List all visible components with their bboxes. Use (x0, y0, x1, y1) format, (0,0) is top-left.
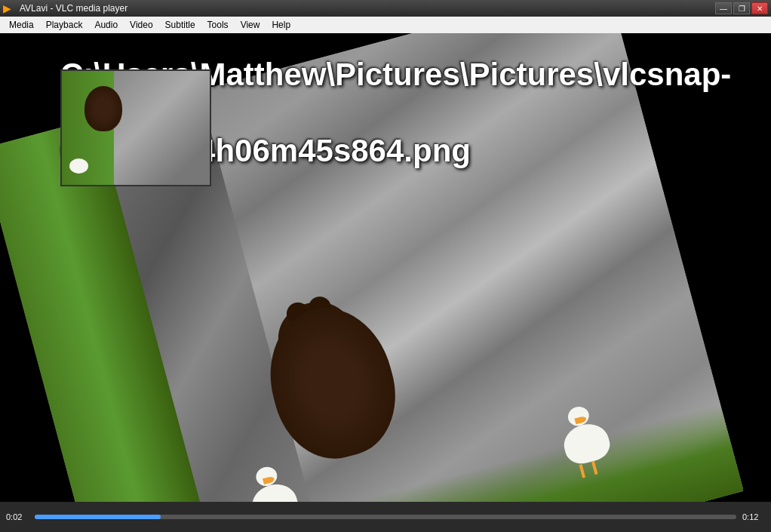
menu-video[interactable]: Video (124, 18, 158, 32)
vlc-icon: ▶ (3, 2, 15, 14)
time-current: 0:02 (6, 512, 29, 521)
video-area[interactable]: C:\Users\Matthew\Pictures\Pictures\vlcsn… (0, 33, 771, 502)
titlebar: ▶ AVLavi - VLC media player — ❐ ✕ (0, 0, 771, 17)
seekbar[interactable] (35, 515, 736, 519)
thumbnail-preview (60, 69, 211, 186)
minimize-button[interactable]: — (715, 2, 732, 14)
titlebar-controls: — ❐ ✕ (715, 2, 768, 14)
menu-view[interactable]: View (235, 18, 266, 32)
controls-bar: 0:02 0:12 (0, 502, 771, 532)
menubar: Media Playback Audio Video Subtitle Tool… (0, 17, 771, 33)
thumb-rock (114, 71, 210, 185)
titlebar-left: ▶ AVLavi - VLC media player (3, 2, 127, 14)
seagull-1-body (248, 479, 302, 502)
menu-help[interactable]: Help (266, 18, 296, 32)
menu-tools[interactable]: Tools (201, 18, 235, 32)
thumb-seagull (69, 158, 88, 174)
menu-audio[interactable]: Audio (88, 18, 124, 32)
time-total: 0:12 (742, 512, 765, 521)
title-text: AVLavi - VLC media player (20, 3, 127, 14)
restore-button[interactable]: ❐ (733, 2, 750, 14)
seagull-2-beak (574, 416, 587, 425)
thumb-bear (84, 86, 122, 131)
thumbnail-inner (62, 71, 210, 185)
video-scene: C:\Users\Matthew\Pictures\Pictures\vlcsn… (0, 33, 771, 502)
menu-media[interactable]: Media (3, 18, 40, 32)
menu-subtitle[interactable]: Subtitle (159, 18, 201, 32)
seekbar-progress (35, 515, 161, 519)
seagull-1-beak (263, 475, 275, 484)
menu-playback[interactable]: Playback (40, 18, 89, 32)
close-button[interactable]: ✕ (751, 2, 768, 14)
